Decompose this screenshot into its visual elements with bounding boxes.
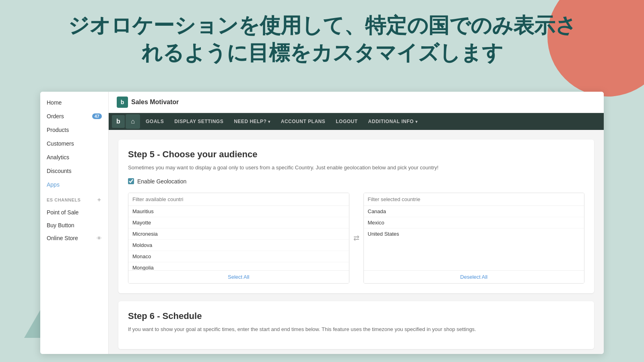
available-countries-box: MauritiusMayotteMicronesiaMoldovaMonacoM… [128,193,349,284]
selected-countries-list: CanadaMexicoUnited States [364,206,584,270]
step5-description: Sometimes you may want to display a goal… [128,164,584,172]
content-area: Step 5 - Choose your audience Sometimes … [109,130,604,354]
nav-b-logo[interactable]: b [112,115,125,128]
list-item[interactable]: Moldova [128,240,349,251]
list-item[interactable]: Mongolia [128,262,349,270]
selected-countries-box: CanadaMexicoUnited States Deselect All [363,193,585,284]
sidebar-item-apps[interactable]: Apps [40,178,108,191]
nav-account-plans[interactable]: ACCOUNT PLANS [276,115,330,128]
list-item[interactable]: Mauritius [128,206,349,217]
add-channel-icon[interactable]: ＋ [96,196,102,204]
sidebar-item-point-of-sale[interactable]: Point of Sale [40,206,108,219]
select-all-button[interactable]: Select All [128,270,349,283]
sidebar-item-buy-button[interactable]: Buy Button [40,219,108,232]
sidebar-item-customers[interactable]: Customers [40,137,108,150]
sidebar-item-online-store[interactable]: Online Store 👁 [40,232,108,245]
sidebar-item-orders[interactable]: Orders 47 [40,109,108,123]
step6-title: Step 6 - Schedule [128,311,584,321]
deselect-all-button[interactable]: Deselect All [364,270,584,283]
orders-badge: 47 [92,113,102,119]
sidebar-item-products[interactable]: Products [40,123,108,137]
additional-info-chevron-icon: ▾ [415,119,418,124]
geolocation-checkbox-row: Enable Geolocation [128,178,584,185]
nav-logout[interactable]: LOGOUT [331,115,362,128]
list-item[interactable]: Micronesia [128,228,349,240]
list-item[interactable]: Monaco [128,251,349,262]
available-countries-list: MauritiusMayotteMicronesiaMoldovaMonacoM… [128,206,349,270]
ui-container: Home Orders 47 Products Customers Analyt… [40,92,604,354]
nav-need-help[interactable]: NEED HELP? ▾ [229,115,275,128]
step6-description: If you want to show your goal at specifi… [128,325,584,333]
nav-home-button[interactable]: ⌂ [126,114,140,129]
transfer-icon[interactable]: ⇄ [349,234,363,243]
list-item[interactable]: Mayotte [128,217,349,228]
eye-icon[interactable]: 👁 [97,235,102,241]
main-content: b Sales Motivator b ⌂ GOALS DISPLAY SETT… [109,92,604,354]
country-picker: MauritiusMayotteMicronesiaMoldovaMonacoM… [128,193,584,284]
sidebar-item-analytics[interactable]: Analytics [40,150,108,164]
list-item[interactable]: Canada [364,206,584,217]
geolocation-checkbox-label[interactable]: Enable Geolocation [137,178,186,185]
app-logo: b [117,97,128,108]
channels-section-label: ES CHANNELS ＋ [40,191,108,206]
nav-bar: b ⌂ GOALS DISPLAY SETTINGS NEED HELP? ▾ … [109,113,604,130]
available-countries-filter[interactable] [128,193,349,206]
list-item[interactable]: Mexico [364,217,584,228]
sidebar: Home Orders 47 Products Customers Analyt… [40,92,109,354]
need-help-chevron-icon: ▾ [268,119,270,124]
step5-title: Step 5 - Choose your audience [128,149,584,160]
enable-geolocation-checkbox[interactable] [128,178,134,184]
sidebar-item-discounts[interactable]: Discounts [40,164,108,178]
list-item[interactable]: United States [364,228,584,239]
nav-additional-info[interactable]: ADDITIONAL INFO ▾ [363,115,423,128]
app-header: b Sales Motivator [109,92,604,113]
selected-countries-filter[interactable] [364,193,584,206]
app-title: Sales Motivator [131,99,179,106]
sidebar-item-home[interactable]: Home [40,96,108,109]
step5-card: Step 5 - Choose your audience Sometimes … [118,140,594,293]
nav-goals[interactable]: GOALS [141,115,169,128]
nav-display-settings[interactable]: DISPLAY SETTINGS [169,115,228,128]
hero-title: ジオロケーションを使用して、特定の国でのみ表示さ れるように目標をカスタマイズし… [0,12,644,66]
step6-card: Step 6 - Schedule If you want to show yo… [118,301,594,350]
